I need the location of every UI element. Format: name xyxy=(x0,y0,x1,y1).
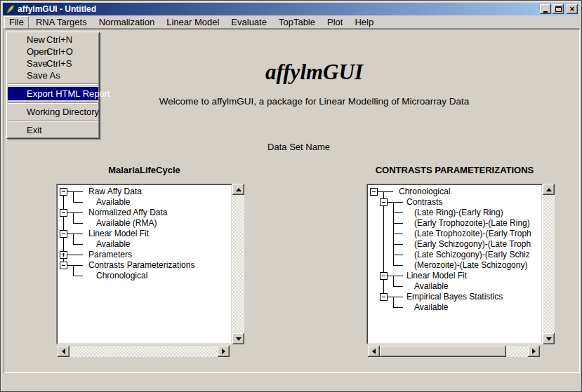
minimize-button[interactable] xyxy=(540,4,551,14)
tree-item-label[interactable]: Available (RMA) xyxy=(96,218,157,229)
tree-item-label[interactable]: Linear Model Fit xyxy=(88,229,149,239)
tree-connector-line xyxy=(73,244,83,245)
close-button[interactable]: × xyxy=(567,4,578,14)
menubar-item-plot[interactable]: Plot xyxy=(322,16,348,29)
expander-minus-icon[interactable] xyxy=(60,230,67,238)
tree-item-label[interactable]: Chronological xyxy=(399,187,450,197)
tree-connector-line xyxy=(383,191,384,297)
tree-item-label[interactable]: (Late Schizogony)-(Early Schiz xyxy=(414,250,530,260)
tree-connector-line xyxy=(73,191,74,202)
maximize-icon xyxy=(555,6,562,12)
tree-item-label[interactable]: (Late Trophozoite)-(Early Troph xyxy=(414,229,531,239)
tree-item-label[interactable]: Normalized Affy Data xyxy=(88,208,168,218)
menu-item-save-as[interactable]: Save As xyxy=(8,69,98,81)
menu-item-label: Working Directory xyxy=(27,107,99,117)
app-window: affylmGUI - Untitled × FileRNA TargetsNo… xyxy=(0,0,582,392)
menu-bar: FileRNA TargetsNormalizationLinear Model… xyxy=(3,15,579,29)
menu-item-exit[interactable]: Exit xyxy=(8,124,98,137)
expander-minus-icon[interactable] xyxy=(60,209,67,217)
menu-item-label: Save As xyxy=(27,70,60,81)
left-scroll-left-button[interactable] xyxy=(58,346,70,357)
tree-item-label[interactable]: Available xyxy=(96,239,130,250)
left-tree-listbox: Raw Affy DataAvailableNormalized Affy Da… xyxy=(56,184,232,344)
maximize-button[interactable] xyxy=(553,4,564,14)
tree-item-label[interactable]: (Late Ring)-(Early Ring) xyxy=(414,208,503,218)
right-listbox-wrap: ChronologicalContrasts(Late Ring)-(Early… xyxy=(366,184,555,344)
expander-minus-icon[interactable] xyxy=(370,188,378,196)
left-scroll-down-button[interactable] xyxy=(232,333,244,344)
right-scroll-right-button[interactable] xyxy=(528,346,540,357)
right-scroll-down-button[interactable] xyxy=(543,333,555,344)
tree-connector-line xyxy=(393,276,394,286)
menubar-item-evaluate[interactable]: Evaluate xyxy=(226,16,272,29)
right-tree-listbox: ChronologicalContrasts(Late Ring)-(Early… xyxy=(366,184,543,344)
tree-connector-line xyxy=(73,202,83,203)
menubar-item-linear-model[interactable]: Linear Model xyxy=(161,16,224,29)
tree-item-label[interactable]: Parameters xyxy=(88,250,132,260)
right-horizontal-scrollbar[interactable] xyxy=(368,346,540,357)
right-scroll-up-button[interactable] xyxy=(543,184,555,195)
menubar-item-help[interactable]: Help xyxy=(350,16,378,29)
expander-minus-icon[interactable] xyxy=(380,198,388,206)
title-bar[interactable]: affylmGUI - Untitled × xyxy=(3,3,579,15)
right-hscrollbar-thumb[interactable] xyxy=(380,346,506,357)
tree-item-label[interactable]: Raw Affy Data xyxy=(88,187,142,197)
tree-item-label[interactable]: Empirical Bayes Statistics xyxy=(406,292,503,302)
tree-connector-line xyxy=(73,234,74,244)
window-title: affylmGUI - Untitled xyxy=(18,3,540,15)
left-scroll-up-button[interactable] xyxy=(232,184,244,195)
left-scroll-right-button[interactable] xyxy=(218,346,230,357)
down-arrow-icon xyxy=(546,337,552,341)
tree-item-label[interactable]: (Early Schizogony)-(Late Troph xyxy=(414,239,531,250)
tree-item-label[interactable]: Chronological xyxy=(96,271,147,281)
menubar-item-toptable[interactable]: TopTable xyxy=(274,16,320,29)
menubar-item-file[interactable]: File xyxy=(4,16,29,29)
tree-connector-line xyxy=(73,223,83,224)
tree-item-label[interactable]: Contrasts Parameterizations xyxy=(88,260,194,271)
right-vertical-scrollbar[interactable] xyxy=(543,184,555,344)
expander-minus-icon[interactable] xyxy=(380,272,388,280)
left-arrow-icon xyxy=(372,349,376,354)
minimize-icon xyxy=(543,11,548,13)
menu-separator xyxy=(8,83,98,85)
data-set-name-button[interactable]: Data Set Name xyxy=(262,138,336,156)
left-arrow-icon xyxy=(62,349,65,354)
expander-minus-icon[interactable] xyxy=(60,262,67,269)
left-panel: MalariaLifeCycle Raw Affy DataAvailableN… xyxy=(56,165,244,357)
menu-item-shortcut: Ctrl+S xyxy=(46,58,72,69)
menu-item-shortcut: Ctrl+N xyxy=(46,34,72,46)
menubar-item-rna-targets[interactable]: RNA Targets xyxy=(31,16,92,29)
menu-item-label: New xyxy=(27,34,45,45)
tree-item-label[interactable]: Available xyxy=(414,281,448,292)
tree-connector-line xyxy=(73,212,74,223)
tree-item-label[interactable]: Linear Model Fit xyxy=(406,271,467,281)
menu-item-working-directory[interactable]: Working Directory xyxy=(8,106,98,119)
tree-item-label[interactable]: (Merozoite)-(Late Schizogony) xyxy=(414,260,527,271)
tree-connector-line xyxy=(393,255,403,255)
tree-item-label[interactable]: Available xyxy=(96,197,130,208)
expander-minus-icon[interactable] xyxy=(60,188,67,196)
right-scroll-left-button[interactable] xyxy=(368,346,380,357)
tree-item-label[interactable]: Available xyxy=(414,302,448,313)
expander-plus-icon[interactable] xyxy=(60,251,67,259)
tree-connector-line xyxy=(393,297,394,307)
left-vertical-scrollbar[interactable] xyxy=(232,184,244,344)
menubar-item-normalization[interactable]: Normalization xyxy=(94,16,159,29)
welcome-text: Welcome to affylmGUI, a package for Line… xyxy=(48,96,580,107)
file-menu: NewCtrl+NOpenCtrl+OSaveCtrl+SSave AsExpo… xyxy=(6,32,100,139)
menu-item-open[interactable]: OpenCtrl+O xyxy=(8,46,98,58)
tree-connector-line xyxy=(393,244,403,245)
close-icon: × xyxy=(569,6,574,13)
left-panel-title: MalariaLifeCycle xyxy=(56,165,232,175)
left-horizontal-scrollbar[interactable] xyxy=(58,346,230,357)
menu-item-export-html-report[interactable]: Export HTML Report xyxy=(8,87,98,100)
expander-minus-icon[interactable] xyxy=(380,293,388,301)
menu-item-save[interactable]: SaveCtrl+S xyxy=(8,58,98,69)
tree-item-label[interactable]: (Early Trophozoite)-(Late Ring) xyxy=(414,218,530,229)
window-controls: × xyxy=(540,4,578,14)
left-listbox-wrap: Raw Affy DataAvailableNormalized Affy Da… xyxy=(56,184,244,344)
right-tree: ChronologicalContrasts(Late Ring)-(Early… xyxy=(368,185,541,343)
tree-item-label[interactable]: Contrasts xyxy=(406,197,442,208)
menu-item-new[interactable]: NewCtrl+N xyxy=(8,34,98,46)
down-arrow-icon xyxy=(236,337,242,341)
